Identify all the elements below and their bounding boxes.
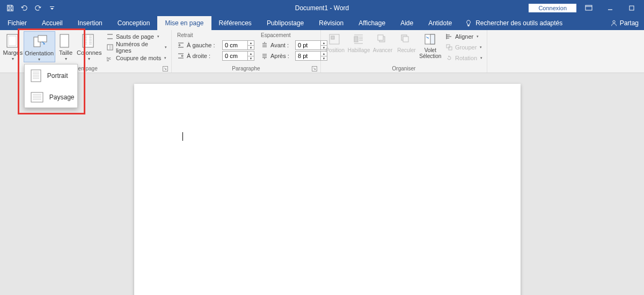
chevron-down-icon: ▾ bbox=[164, 56, 166, 60]
apres-label: Après : bbox=[270, 53, 293, 59]
svg-point-2 bbox=[612, 20, 614, 23]
volet-label-2: Sélection bbox=[419, 53, 441, 59]
tab-publipostage[interactable]: Publipostage bbox=[259, 16, 311, 30]
tab-aide[interactable]: Aide bbox=[393, 16, 421, 30]
spin-down[interactable]: ▼ bbox=[247, 46, 254, 50]
tab-affichage[interactable]: Affichage bbox=[351, 16, 393, 30]
breaks-icon bbox=[106, 33, 114, 40]
svg-rect-6 bbox=[38, 35, 47, 42]
indent-left-icon bbox=[177, 41, 185, 49]
ribbon-display-options-icon[interactable] bbox=[580, 0, 598, 16]
space-before-input[interactable] bbox=[296, 42, 320, 48]
indent-right-icon bbox=[177, 52, 185, 60]
hyphenation-icon: bc bbox=[106, 54, 114, 62]
coupure-label: Coupure de mots bbox=[116, 55, 161, 61]
orientation-dropdown: Portrait Paysage bbox=[24, 64, 78, 108]
qat-customize-icon[interactable] bbox=[46, 2, 58, 14]
tab-conception[interactable]: Conception bbox=[110, 16, 158, 30]
reculer-label: Reculer bbox=[397, 47, 415, 53]
spin-up[interactable]: ▲ bbox=[247, 52, 254, 56]
share-button[interactable]: Partag bbox=[605, 16, 644, 30]
landscape-page-icon bbox=[30, 91, 44, 103]
position-button: Position bbox=[323, 31, 347, 53]
grouper-label: Grouper bbox=[455, 44, 477, 51]
avancer-button: Avancer bbox=[371, 31, 394, 53]
indent-left-spinbox[interactable]: ▲▼ bbox=[222, 40, 254, 50]
svg-rect-23 bbox=[449, 47, 452, 50]
volet-selection-button[interactable]: Volet Sélection bbox=[419, 31, 442, 59]
orientation-paysage-item[interactable]: Paysage bbox=[25, 87, 77, 107]
signin-button[interactable]: Connexion bbox=[529, 4, 576, 12]
bring-forward-icon bbox=[376, 33, 389, 46]
orientation-portrait-item[interactable]: Portrait bbox=[25, 64, 77, 87]
rotation-button: Rotation ▾ bbox=[443, 53, 485, 63]
svg-rect-17 bbox=[378, 35, 383, 40]
habillage-button: Habillage bbox=[347, 31, 370, 53]
space-after-input[interactable] bbox=[296, 53, 320, 59]
marges-label: Marges bbox=[3, 49, 23, 56]
selection-pane-icon bbox=[424, 33, 437, 46]
document-canvas[interactable] bbox=[0, 73, 644, 295]
tab-fichier[interactable]: Fichier bbox=[0, 16, 34, 30]
chevron-down-icon: ▾ bbox=[38, 57, 40, 62]
numeros-de-lignes-button[interactable]: Numéros de lignes ▾ bbox=[104, 42, 169, 53]
a-droite-label: À droite : bbox=[187, 53, 220, 59]
svg-rect-7 bbox=[31, 70, 41, 82]
tab-references[interactable]: Références bbox=[211, 16, 259, 30]
aligner-button[interactable]: Aligner ▾ bbox=[443, 31, 485, 42]
redo-icon[interactable] bbox=[32, 2, 44, 14]
sauts-label: Sauts de page bbox=[116, 33, 154, 40]
volet-label-1: Volet bbox=[425, 47, 436, 53]
rotate-icon bbox=[445, 54, 453, 62]
avancer-label: Avancer bbox=[373, 47, 393, 53]
save-icon[interactable] bbox=[4, 2, 16, 14]
sauts-de-page-button[interactable]: Sauts de page ▾ bbox=[104, 31, 169, 42]
portrait-label: Portrait bbox=[47, 72, 68, 80]
orientation-label: Orientation bbox=[25, 50, 54, 56]
spin-down[interactable]: ▼ bbox=[247, 56, 254, 61]
tab-insertion[interactable]: Insertion bbox=[70, 16, 110, 30]
orientation-button[interactable]: Orientation ▾ Portrait Paysage bbox=[24, 31, 55, 62]
chevron-down-icon: ▾ bbox=[88, 56, 90, 61]
share-label: Partag bbox=[620, 19, 639, 27]
maximize-button[interactable] bbox=[623, 0, 641, 16]
colonnes-label: Colonnes bbox=[77, 49, 101, 56]
marges-button[interactable]: Marges ▾ bbox=[2, 31, 24, 61]
a-gauche-label: À gauche : bbox=[187, 42, 220, 48]
wrap-text-icon bbox=[353, 33, 365, 46]
indent-right-input[interactable] bbox=[223, 53, 247, 59]
minimize-button[interactable] bbox=[601, 0, 619, 16]
chevron-down-icon: ▾ bbox=[12, 56, 14, 61]
lightbulb-icon bbox=[465, 19, 472, 27]
tab-mise-en-page[interactable]: Mise en page bbox=[157, 16, 211, 30]
coupure-de-mots-button[interactable]: bc Coupure de mots ▾ bbox=[104, 53, 169, 63]
tab-antidote[interactable]: Antidote bbox=[421, 16, 459, 30]
indent-right-spinbox[interactable]: ▲▼ bbox=[222, 51, 254, 61]
svg-rect-0 bbox=[586, 5, 592, 10]
document-page[interactable] bbox=[134, 84, 521, 295]
position-label: Position bbox=[325, 47, 345, 53]
margins-icon bbox=[5, 33, 20, 48]
svg-rect-1 bbox=[630, 6, 634, 10]
undo-icon[interactable] bbox=[18, 2, 30, 14]
paragraph-launcher[interactable]: ↘ bbox=[312, 66, 317, 71]
reculer-button: Reculer bbox=[394, 31, 418, 53]
chevron-down-icon: ▾ bbox=[157, 34, 159, 39]
svg-rect-14 bbox=[331, 36, 334, 39]
svg-rect-15 bbox=[354, 37, 358, 42]
tab-accueil[interactable]: Accueil bbox=[34, 16, 70, 30]
chevron-down-icon: ▾ bbox=[165, 45, 167, 49]
size-icon bbox=[58, 33, 74, 48]
tell-me-search[interactable]: Rechercher des outils adaptés bbox=[459, 16, 568, 30]
tab-revision[interactable]: Révision bbox=[311, 16, 351, 30]
space-after-icon bbox=[261, 52, 268, 60]
spin-up[interactable]: ▲ bbox=[247, 41, 254, 46]
chevron-down-icon: ▾ bbox=[480, 56, 482, 60]
page-setup-launcher[interactable]: ↘ bbox=[163, 66, 168, 71]
person-icon bbox=[610, 19, 618, 27]
svg-rect-8 bbox=[31, 92, 43, 102]
colonnes-button[interactable]: Colonnes ▾ bbox=[77, 31, 102, 61]
taille-button[interactable]: Taille ▾ bbox=[55, 31, 77, 61]
indent-left-input[interactable] bbox=[223, 42, 247, 48]
space-before-icon bbox=[261, 41, 268, 49]
